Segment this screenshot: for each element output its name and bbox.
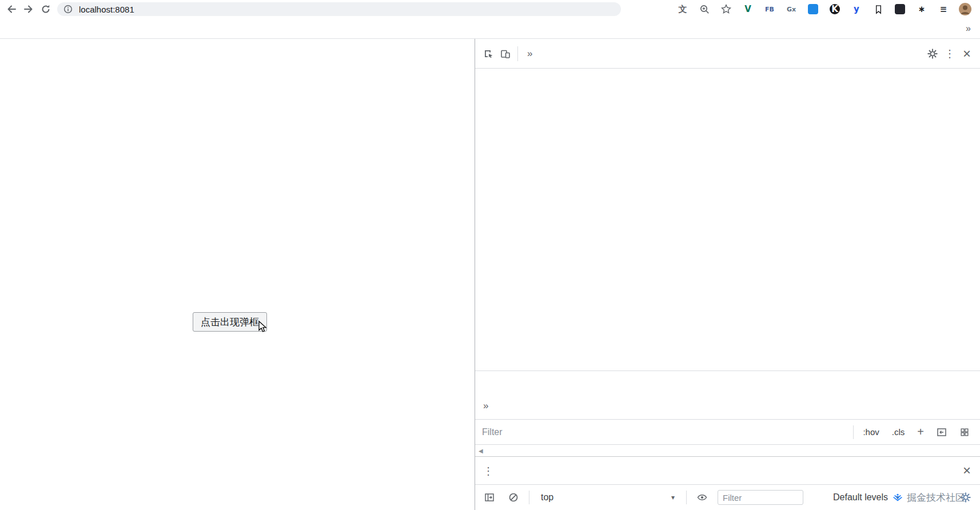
ext-k-glyph: K <box>830 4 840 14</box>
settings-gear-icon[interactable] <box>924 45 941 62</box>
console-context-select[interactable]: top ▾ <box>536 492 679 503</box>
console-sidebar-icon[interactable] <box>481 489 498 506</box>
open-dialog-button[interactable]: 点击出现弹框 <box>193 312 267 332</box>
ext-fb-glyph: FB <box>765 6 774 13</box>
ext-gx-icon[interactable]: Gx <box>784 2 798 16</box>
computed-sidebar-toggle-icon[interactable] <box>933 424 950 441</box>
toolbar-divider <box>517 46 518 61</box>
profile-avatar-icon[interactable] <box>958 2 972 16</box>
page-viewport: 点击出现弹框 <box>0 39 475 510</box>
console-filter-input[interactable] <box>718 490 803 505</box>
watermark-text: 掘金技术社区 <box>907 491 965 504</box>
zoom-icon[interactable] <box>698 2 711 16</box>
reload-button[interactable] <box>38 1 54 17</box>
chevron-down-icon: ▾ <box>671 493 675 501</box>
translate-glyph: 文 <box>679 4 687 15</box>
ext-dark-icon[interactable] <box>893 2 907 16</box>
toggle-element-state-button[interactable]: :hov <box>859 427 882 437</box>
ext-v-icon[interactable]: V <box>741 2 755 16</box>
console-toolbar-divider <box>529 491 529 504</box>
browser-toolbar: localhost:8081 文VFBGxKy∗≡ <box>0 0 980 18</box>
devtools-panel: » ⋮ × » :hov .cls + <box>475 39 980 510</box>
watermark: 掘金技术社区 <box>892 491 965 504</box>
ext-reader-icon[interactable]: ≡ <box>937 2 950 16</box>
console-context-label: top <box>541 492 553 503</box>
ext-blue-icon[interactable] <box>806 2 820 16</box>
ext-y-icon[interactable]: y <box>850 2 863 16</box>
translate-icon[interactable]: 文 <box>676 2 690 16</box>
console-levels-label: Default levels <box>833 492 888 503</box>
devtools-menu-icon[interactable]: ⋮ <box>941 45 958 62</box>
device-toolbar-icon[interactable] <box>497 45 514 62</box>
sidebar-tabs-overflow[interactable]: » <box>477 400 494 412</box>
live-expression-eye-icon[interactable] <box>694 489 711 506</box>
ext-k-icon[interactable]: K <box>828 2 842 16</box>
devtools-tab-bar: » ⋮ × <box>475 39 980 69</box>
address-bar[interactable]: localhost:8081 <box>57 2 621 16</box>
styles-filter-row: :hov .cls + <box>475 420 980 445</box>
console-tab-bar: ⋮ × <box>475 457 980 484</box>
element-classes-button[interactable]: .cls <box>889 427 909 437</box>
devtools-close-icon[interactable]: × <box>958 45 975 62</box>
horizontal-scrollbar[interactable]: ◀ <box>475 445 980 456</box>
console-toolbar: top ▾ Default levels ▾ <box>475 484 980 510</box>
console-drawer: ⋮ × top ▾ <box>475 456 980 510</box>
ext-reader-glyph: ≡ <box>940 4 947 14</box>
extensions-area: 文VFBGxKy∗≡ <box>622 2 977 16</box>
styles-filter-input[interactable] <box>482 427 847 437</box>
console-toolbar-divider-2 <box>686 491 687 504</box>
ext-dark-glyph <box>895 4 905 14</box>
ext-fb-icon[interactable]: FB <box>763 2 776 16</box>
reload-icon <box>40 3 51 15</box>
devtools-tabs-overflow[interactable]: » <box>521 48 538 59</box>
grid-overlay-icon[interactable] <box>956 424 973 441</box>
ext-v-glyph: V <box>744 4 751 14</box>
bookmark-star-icon[interactable] <box>719 2 733 16</box>
styles-sidebar-tab-bar: » <box>475 392 980 420</box>
juejin-logo-icon <box>892 492 903 504</box>
url-text: localhost:8081 <box>79 5 134 14</box>
ext-y-glyph: y <box>854 4 859 14</box>
content-area: 点击出现弹框 » ⋮ × » <box>0 39 980 510</box>
breadcrumb <box>475 370 980 392</box>
clear-console-icon[interactable] <box>505 489 522 506</box>
console-close-icon[interactable]: × <box>958 462 975 479</box>
ext-blue-glyph <box>808 4 818 14</box>
new-style-rule-button[interactable]: + <box>914 425 927 439</box>
filter-divider <box>853 425 854 439</box>
ext-pinwheel-icon[interactable]: ∗ <box>915 2 929 16</box>
console-levels-select[interactable]: Default levels ▾ <box>833 492 899 503</box>
ext-gx-glyph: Gx <box>787 6 796 13</box>
elements-tree[interactable] <box>475 69 980 370</box>
forward-arrow-icon <box>23 3 34 15</box>
back-arrow-icon <box>6 3 17 15</box>
scroll-left-icon[interactable]: ◀ <box>479 448 483 454</box>
inspect-element-icon[interactable] <box>480 45 497 62</box>
bookmarks-overflow-chevron[interactable]: » <box>963 23 973 34</box>
forward-button[interactable] <box>21 1 37 17</box>
bookmarks-bar: » <box>0 18 980 39</box>
ext-pinwheel-glyph: ∗ <box>918 4 926 14</box>
page-info-icon[interactable] <box>63 4 73 14</box>
mouse-cursor-icon <box>257 320 268 336</box>
ext-flag-icon[interactable] <box>871 2 885 16</box>
console-menu-icon[interactable]: ⋮ <box>480 462 497 479</box>
back-button[interactable] <box>3 1 19 17</box>
